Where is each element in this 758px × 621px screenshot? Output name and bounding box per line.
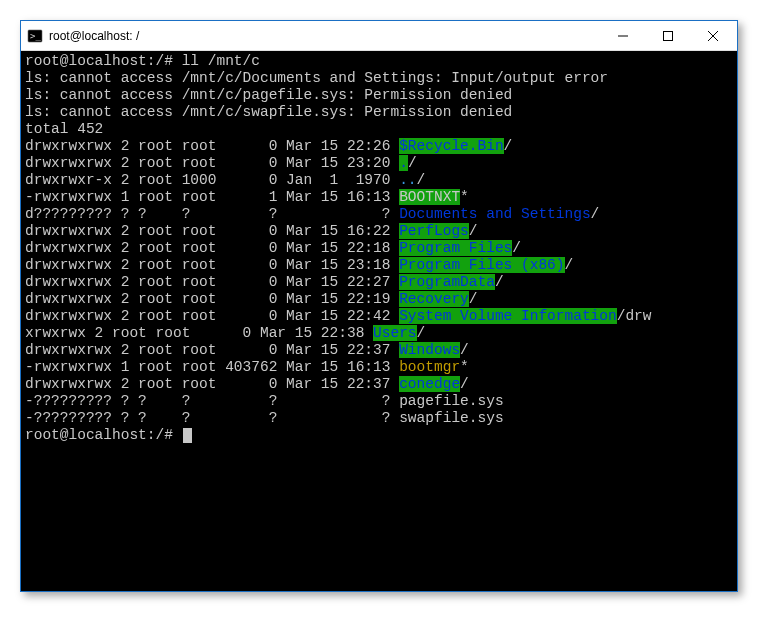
ls-meta: d????????? ? ? ? ? ? — [25, 206, 399, 222]
ls-meta: drwxrwxrwx 2 root root 0 Mar 15 22:27 — [25, 274, 399, 290]
ls-row: -????????? ? ? ? ? ? swapfile.sys — [25, 410, 733, 427]
ls-row: drwxrwxrwx 2 root root 0 Mar 15 16:22 Pe… — [25, 223, 733, 240]
ls-row: d????????? ? ? ? ? ? Documents and Setti… — [25, 206, 733, 223]
ls-row: drwxrwxrwx 2 root root 0 Mar 15 22:26 $R… — [25, 138, 733, 155]
ls-meta: drwxrwxrwx 2 root root 0 Mar 15 22:19 — [25, 291, 399, 307]
ls-name: Documents and Settings — [399, 206, 590, 222]
prompt-line: root@localhost:/# ll /mnt/c — [25, 53, 733, 70]
ls-suffix: * — [460, 359, 469, 375]
svg-rect-3 — [663, 31, 672, 40]
ls-suffix: / — [495, 274, 504, 290]
ls-row: drwxrwxr-x 2 root 1000 0 Jan 1 1970 ../ — [25, 172, 733, 189]
terminal-window: >_ root@localhost: / root@localhost:/# l… — [20, 20, 738, 592]
ls-row: drwxrwxrwx 2 root root 0 Mar 15 22:27 Pr… — [25, 274, 733, 291]
ls-row: drwxrwxrwx 2 root root 0 Mar 15 23:18 Pr… — [25, 257, 733, 274]
ls-meta: -rwxrwxrwx 1 root root 403762 Mar 15 16:… — [25, 359, 399, 375]
ls-row: -rwxrwxrwx 1 root root 403762 Mar 15 16:… — [25, 359, 733, 376]
ls-row: drwxrwxrwx 2 root root 0 Mar 15 23:20 ./ — [25, 155, 733, 172]
ls-row: drwxrwxrwx 2 root root 0 Mar 15 22:18 Pr… — [25, 240, 733, 257]
ls-meta: -????????? ? ? ? ? ? — [25, 393, 399, 409]
ls-suffix: / — [460, 342, 469, 358]
close-button[interactable] — [690, 22, 735, 50]
ls-row: xrwxrwx 2 root root 0 Mar 15 22:38 Users… — [25, 325, 733, 342]
ls-suffix: / — [460, 376, 469, 392]
ls-meta: xrwxrwx 2 root root 0 Mar 15 22:38 — [25, 325, 373, 341]
ls-name: swapfile.sys — [399, 410, 503, 426]
ls-meta: drwxrwxrwx 2 root root 0 Mar 15 22:18 — [25, 240, 399, 256]
minimize-button[interactable] — [600, 22, 645, 50]
ls-row: drwxrwxrwx 2 root root 0 Mar 15 22:19 Re… — [25, 291, 733, 308]
ls-suffix: / — [565, 257, 574, 273]
ls-meta: drwxrwxrwx 2 root root 0 Mar 15 22:26 — [25, 138, 399, 154]
ls-name: ProgramData — [399, 274, 495, 290]
ls-name: Recovery — [399, 291, 469, 307]
terminal-area[interactable]: root@localhost:/# ll /mnt/cls: cannot ac… — [21, 51, 737, 591]
ls-row: drwxrwxrwx 2 root root 0 Mar 15 22:37 Wi… — [25, 342, 733, 359]
prompt-line: root@localhost:/# — [25, 427, 733, 444]
ls-meta: drwxrwxrwx 2 root root 0 Mar 15 22:42 — [25, 308, 399, 324]
ls-meta: drwxrwxrwx 2 root root 0 Mar 15 22:37 — [25, 376, 399, 392]
ls-name: .. — [399, 172, 416, 188]
ls-suffix: / — [417, 172, 426, 188]
error-line: ls: cannot access /mnt/c/swapfile.sys: P… — [25, 104, 733, 121]
error-line: ls: cannot access /mnt/c/pagefile.sys: P… — [25, 87, 733, 104]
ls-name: conedge — [399, 376, 460, 392]
ls-meta: drwxrwxrwx 2 root root 0 Mar 15 23:18 — [25, 257, 399, 273]
svg-text:>_: >_ — [30, 31, 41, 41]
ls-name: System Volume Information — [399, 308, 617, 324]
ls-name: Program Files — [399, 240, 512, 256]
ls-suffix: /drw — [617, 308, 652, 324]
ls-name: . — [399, 155, 408, 171]
cursor-icon — [183, 428, 192, 443]
command-text: ll /mnt/c — [182, 53, 260, 69]
ls-name: Program Files (x86) — [399, 257, 564, 273]
ls-meta: drwxrwxrwx 2 root root 0 Mar 15 23:20 — [25, 155, 399, 171]
ls-suffix: / — [417, 325, 426, 341]
ls-name: bootmgr — [399, 359, 460, 375]
ls-suffix: / — [408, 155, 417, 171]
ls-meta: -????????? ? ? ? ? ? — [25, 410, 399, 426]
ls-suffix: / — [469, 223, 478, 239]
window-controls — [600, 22, 735, 50]
ls-name: Windows — [399, 342, 460, 358]
ls-row: -rwxrwxrwx 1 root root 1 Mar 15 16:13 BO… — [25, 189, 733, 206]
ls-row: drwxrwxrwx 2 root root 0 Mar 15 22:37 co… — [25, 376, 733, 393]
ls-name: $Recycle.Bin — [399, 138, 503, 154]
error-line: ls: cannot access /mnt/c/Documents and S… — [25, 70, 733, 87]
ls-name: PerfLogs — [399, 223, 469, 239]
prompt: root@localhost:/# — [25, 427, 182, 443]
total-line: total 452 — [25, 121, 733, 138]
ls-meta: drwxrwxr-x 2 root 1000 0 Jan 1 1970 — [25, 172, 399, 188]
window-title: root@localhost: / — [49, 29, 600, 43]
ls-meta: drwxrwxrwx 2 root root 0 Mar 15 22:37 — [25, 342, 399, 358]
ls-suffix: * — [460, 189, 469, 205]
app-icon: >_ — [27, 28, 43, 44]
ls-meta: -rwxrwxrwx 1 root root 1 Mar 15 16:13 — [25, 189, 399, 205]
ls-row: drwxrwxrwx 2 root root 0 Mar 15 22:42 Sy… — [25, 308, 733, 325]
ls-suffix: / — [504, 138, 513, 154]
ls-suffix: / — [591, 206, 600, 222]
prompt: root@localhost:/# — [25, 53, 182, 69]
ls-row: -????????? ? ? ? ? ? pagefile.sys — [25, 393, 733, 410]
ls-suffix: / — [512, 240, 521, 256]
ls-suffix: / — [469, 291, 478, 307]
ls-name: pagefile.sys — [399, 393, 503, 409]
ls-name: BOOTNXT — [399, 189, 460, 205]
ls-meta: drwxrwxrwx 2 root root 0 Mar 15 16:22 — [25, 223, 399, 239]
ls-name: Users — [373, 325, 417, 341]
titlebar: >_ root@localhost: / — [21, 21, 737, 51]
maximize-button[interactable] — [645, 22, 690, 50]
